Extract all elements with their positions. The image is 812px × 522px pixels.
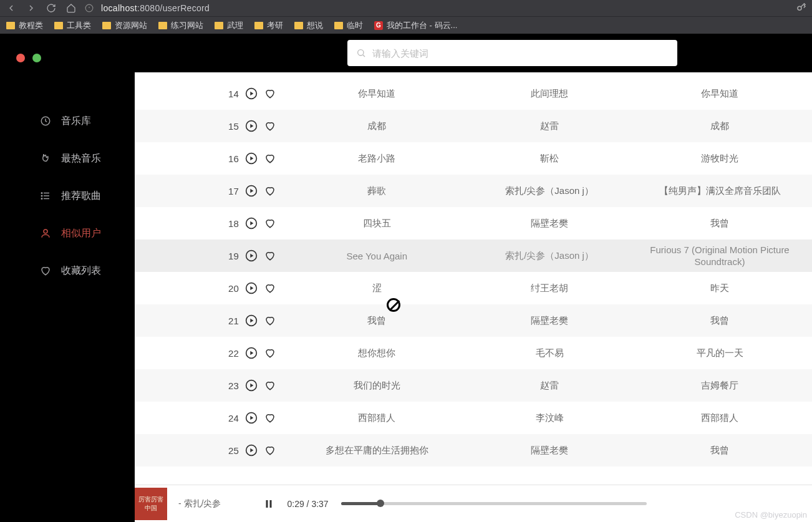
track-index: 23 [222, 380, 239, 391]
track-index: 21 [222, 316, 239, 326]
bookmark-item[interactable]: 练习网站 [158, 20, 203, 31]
folder-icon [294, 22, 303, 29]
like-track-button[interactable] [264, 443, 276, 457]
play-track-button[interactable] [245, 281, 258, 295]
track-artist: 隔壁老樊 [471, 218, 627, 230]
folder-icon [254, 22, 263, 29]
sidebar-item-list[interactable]: 推荐歌曲 [0, 177, 135, 215]
track-artist: 毛不易 [471, 347, 627, 359]
bookmark-label: 教程类 [19, 20, 43, 31]
track-row[interactable]: 20涩纣王老胡昨天 [135, 272, 812, 304]
svg-point-3 [798, 6, 801, 10]
album-artwork[interactable]: 厉害厉害中国 [135, 488, 167, 520]
play-track-button[interactable] [245, 443, 258, 457]
sidebar-item-label: 最热音乐 [61, 152, 101, 165]
track-row[interactable]: 16老路小路靳松游牧时光 [135, 142, 812, 175]
svg-marker-37 [250, 448, 253, 453]
svg-rect-38 [266, 500, 268, 508]
play-track-button[interactable] [245, 249, 258, 263]
like-track-button[interactable] [264, 87, 276, 100]
sidebar-item-heart[interactable]: 收藏列表 [0, 252, 135, 289]
svg-rect-39 [270, 500, 272, 508]
bookmark-item[interactable]: 工具类 [54, 20, 91, 31]
track-album: 平凡的一天 [627, 347, 812, 359]
play-track-button[interactable] [245, 184, 258, 198]
like-track-button[interactable] [264, 119, 276, 133]
bookmark-item[interactable]: G我的工作台 - 码云... [374, 20, 457, 31]
svg-marker-33 [250, 384, 253, 388]
track-album: 【纯男声】满汉全席音乐团队 [627, 185, 812, 197]
svg-point-10 [41, 193, 42, 194]
track-row[interactable]: 24西部猎人李汶峰西部猎人 [135, 402, 812, 434]
play-track-button[interactable] [245, 379, 258, 392]
back-button[interactable] [5, 2, 17, 14]
play-track-button[interactable] [245, 216, 258, 230]
play-track-button[interactable] [245, 411, 258, 425]
track-title: 四块五 [282, 218, 471, 230]
pause-button[interactable] [261, 496, 277, 512]
like-track-button[interactable] [264, 216, 276, 230]
svg-marker-21 [250, 189, 253, 193]
track-artist: 索扎/尖参（Jason j） [471, 185, 627, 197]
folder-icon [6, 22, 15, 29]
svg-point-11 [41, 195, 42, 196]
track-row[interactable]: 25多想在平庸的生活拥抱你隔壁老樊我曾 [135, 434, 812, 466]
bookmark-item[interactable]: 考研 [254, 20, 283, 31]
folder-icon [334, 22, 343, 29]
bookmark-item[interactable]: 资源网站 [102, 20, 147, 31]
progress-bar[interactable] [341, 502, 647, 505]
like-track-button[interactable] [264, 152, 276, 165]
track-row[interactable]: 19See You Again索扎/尖参（Jason j）Furious 7 (… [135, 239, 812, 272]
like-track-button[interactable] [264, 314, 276, 327]
sidebar-item-label: 收藏列表 [61, 264, 101, 278]
search-input[interactable] [372, 48, 669, 59]
track-row[interactable]: 21我曾隔壁老樊我曾 [135, 304, 812, 337]
play-track-button[interactable] [245, 346, 258, 360]
track-row[interactable]: 18四块五隔壁老樊我曾 [135, 207, 812, 239]
svg-marker-23 [250, 221, 253, 226]
track-album: 昨天 [627, 282, 812, 294]
not-allowed-cursor-icon [387, 298, 400, 312]
like-track-button[interactable] [264, 346, 276, 360]
now-playing-title: - 索扎/尖参 [178, 498, 221, 510]
track-row[interactable]: 14你早知道此间理想你早知道 [135, 77, 812, 110]
sidebar-item-user[interactable]: 相似用户 [0, 215, 135, 252]
track-row[interactable]: 17葬歌索扎/尖参（Jason j）【纯男声】满汉全席音乐团队 [135, 175, 812, 207]
bookmark-item[interactable]: 教程类 [6, 20, 43, 31]
maximize-window-button[interactable] [32, 54, 41, 62]
search-box[interactable] [347, 40, 677, 66]
password-key-icon[interactable] [796, 1, 807, 15]
track-row[interactable]: 15成都赵雷成都 [135, 110, 812, 142]
bookmark-item[interactable]: 想说 [294, 20, 323, 31]
play-track-button[interactable] [245, 152, 258, 165]
track-index: 20 [222, 283, 239, 294]
track-artist: 索扎/尖参（Jason j） [471, 250, 627, 262]
track-artist: 李汶峰 [471, 412, 627, 424]
reload-button[interactable] [45, 2, 57, 14]
play-track-button[interactable] [245, 87, 258, 100]
track-index: 24 [222, 413, 239, 423]
sidebar-item-fire[interactable]: 最热音乐 [0, 140, 135, 177]
track-album: 你早知道 [627, 87, 812, 100]
forward-button[interactable] [25, 2, 37, 14]
sidebar-item-label: 推荐歌曲 [61, 190, 101, 203]
home-button[interactable] [65, 2, 77, 14]
site-info-icon[interactable] [85, 4, 94, 12]
like-track-button[interactable] [264, 379, 276, 392]
track-title: 西部猎人 [282, 412, 471, 424]
bookmark-item[interactable]: 临时 [334, 20, 363, 31]
track-row[interactable]: 22想你想你毛不易平凡的一天 [135, 337, 812, 369]
like-track-button[interactable] [264, 281, 276, 295]
bookmark-item[interactable]: 武理 [215, 20, 243, 31]
like-track-button[interactable] [264, 411, 276, 425]
track-index: 18 [222, 218, 239, 229]
track-row[interactable]: 23我们的时光赵雷吉姆餐厅 [135, 369, 812, 402]
sidebar-item-note[interactable]: 音乐库 [0, 102, 135, 140]
play-track-button[interactable] [245, 119, 258, 133]
play-track-button[interactable] [245, 314, 258, 327]
like-track-button[interactable] [264, 249, 276, 263]
address-bar[interactable]: localhost:8080/userRecord [101, 3, 210, 13]
close-window-button[interactable] [16, 54, 25, 62]
like-track-button[interactable] [264, 184, 276, 198]
track-album: 我曾 [627, 217, 812, 230]
